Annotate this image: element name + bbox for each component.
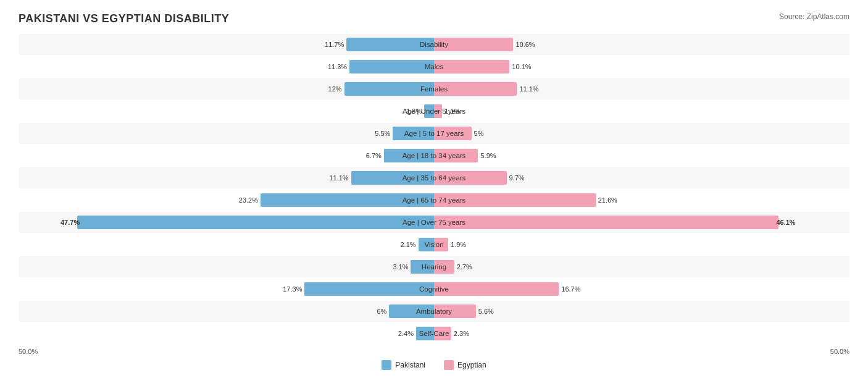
bar-right [434,104,442,118]
val-left: 2.4% [398,330,414,337]
legend-egyptian-box [444,360,454,370]
val-left: 1.3% [406,107,422,115]
val-right: 2.3% [454,330,469,337]
bar-right [434,282,559,296]
val-right: 5.6% [478,308,494,315]
bars-wrapper: Females 12% 11.1% [19,78,849,99]
val-right: 11.1% [519,85,538,93]
bar-left [411,260,434,274]
val-left: 11.1% [329,174,348,182]
bar-row: Self-Care 2.4% 2.3% [19,323,849,344]
legend-pakistani: Pakistani [382,360,425,370]
bar-right [434,60,509,74]
bar-right [434,38,513,51]
bar-right [434,193,596,207]
bar-left [351,171,434,185]
val-left: 17.3% [283,285,302,293]
val-left: 47.7% [61,219,80,226]
legend-egyptian-label: Egyptian [457,361,486,369]
bar-left [393,127,434,140]
val-left: 12% [328,85,342,93]
bar-row: Age | 5 to 17 years 5.5% 5% [19,123,849,144]
bar-left [416,327,434,340]
val-right: 9.7% [509,174,525,182]
bars-wrapper: Hearing 3.1% 2.7% [19,256,849,277]
bar-right [434,327,451,340]
val-left: 2.1% [400,241,415,248]
val-right: 16.7% [561,285,580,293]
bar-left [261,193,434,207]
legend-pakistani-label: Pakistani [395,361,425,369]
bar-row: Ambulatory 6% 5.6% [19,301,849,322]
legend-pakistani-box [382,360,391,370]
bar-left [77,216,434,229]
bar-right [434,82,517,96]
bar-left [424,104,434,118]
bars-wrapper: Males 11.3% 10.1% [19,56,849,77]
val-right: 5.9% [480,152,496,159]
bar-left [349,60,434,74]
val-left: 6% [377,308,386,315]
bar-row: Hearing 3.1% 2.7% [19,256,849,277]
source-label: Source: ZipAtlas.com [779,12,849,21]
bars-wrapper: Vision 2.1% 1.9% [19,234,849,255]
axis-left: 50.0% [19,348,185,355]
bar-left [346,38,434,51]
bar-right [434,171,507,185]
bars-wrapper: Ambulatory 6% 5.6% [19,301,849,322]
val-left: 5.5% [375,130,390,137]
bar-right [434,304,476,318]
val-right: 1.1% [444,107,460,115]
bar-row: Age | Under 5 years 1.3% 1.1% [19,101,849,122]
val-left: 6.7% [366,152,382,159]
bar-row: Vision 2.1% 1.9% [19,234,849,255]
bar-row: Age | 65 to 74 years 23.2% 21.6% [19,190,849,211]
bar-row: Disability 11.7% 10.6% [19,34,849,55]
val-left: 11.7% [325,41,344,48]
val-right: 10.6% [515,41,535,48]
val-right: 21.6% [598,196,617,204]
chart-title: PAKISTANI VS EGYPTIAN DISABILITY [19,12,229,25]
bar-right [434,238,448,251]
val-left: 11.3% [328,63,347,70]
legend-egyptian: Egyptian [444,360,486,370]
bar-right [434,216,778,229]
val-left: 3.1% [393,263,408,271]
val-left: 23.2% [239,196,258,204]
val-right: 10.1% [512,63,531,70]
bar-row: Cognitive 17.3% 16.7% [19,279,849,300]
bars-wrapper: Age | Over 75 years 47.7% 46.1% [19,212,849,233]
val-right: 2.7% [457,263,472,271]
legend: Pakistani Egyptian [19,360,849,370]
bars-wrapper: Age | 65 to 74 years 23.2% 21.6% [19,190,849,211]
bars-wrapper: Age | 18 to 34 years 6.7% 5.9% [19,145,849,166]
bar-row: Age | 18 to 34 years 6.7% 5.9% [19,145,849,166]
bars-wrapper: Age | Under 5 years 1.3% 1.1% [19,101,849,122]
bar-right [434,149,478,162]
bar-right [434,127,472,140]
bar-left [419,238,434,251]
bar-row: Age | Over 75 years 47.7% 46.1% [19,212,849,233]
axis-right: 50.0% [683,348,849,355]
bars-wrapper: Disability 11.7% 10.6% [19,34,849,55]
bars-wrapper: Self-Care 2.4% 2.3% [19,323,849,344]
bars-wrapper: Age | 5 to 17 years 5.5% 5% [19,123,849,144]
bar-left [384,149,434,162]
val-right: 46.1% [776,219,795,226]
val-right: 5% [474,130,484,137]
bar-row: Females 12% 11.1% [19,78,849,99]
bar-row: Age | 35 to 64 years 11.1% 9.7% [19,167,849,188]
axis-row: 50.0% 50.0% [19,348,849,355]
bar-row: Males 11.3% 10.1% [19,56,849,77]
bars-wrapper: Cognitive 17.3% 16.7% [19,279,849,300]
bar-left [344,82,434,96]
bars-wrapper: Age | 35 to 64 years 11.1% 9.7% [19,167,849,188]
chart-area: Disability 11.7% 10.6% Males 11.3% 10.1%… [19,34,849,344]
bar-left [304,282,434,296]
bar-left [389,304,434,318]
val-right: 1.9% [451,241,466,248]
bar-right [434,260,454,274]
